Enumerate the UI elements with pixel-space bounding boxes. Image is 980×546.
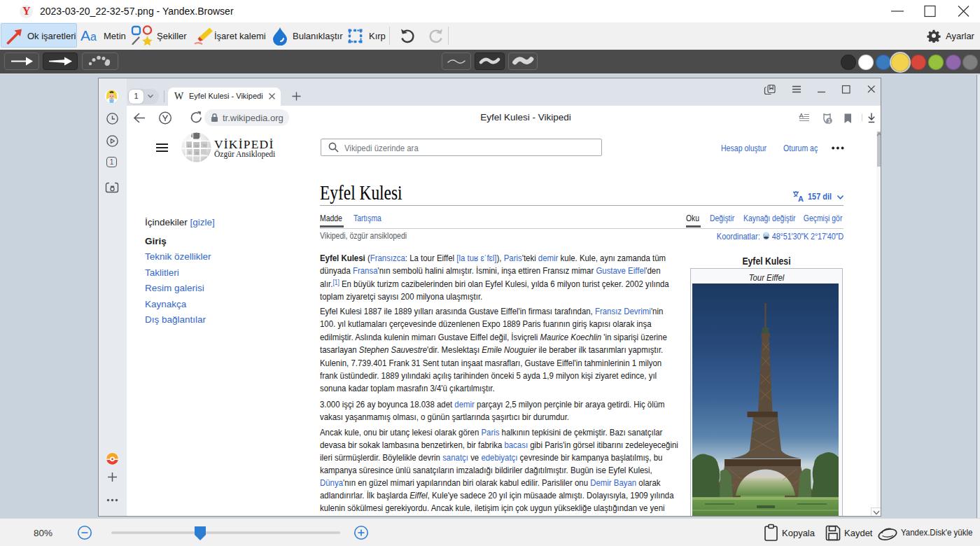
svg-text:W: W bbox=[203, 143, 208, 148]
svg-text:Ω: Ω bbox=[188, 143, 191, 148]
svg-text:W: W bbox=[195, 144, 200, 149]
svg-text:R: R bbox=[188, 150, 192, 155]
svg-text:A: A bbox=[798, 195, 804, 202]
svg-text:H: H bbox=[195, 150, 199, 155]
svg-text:1: 1 bbox=[827, 118, 830, 124]
